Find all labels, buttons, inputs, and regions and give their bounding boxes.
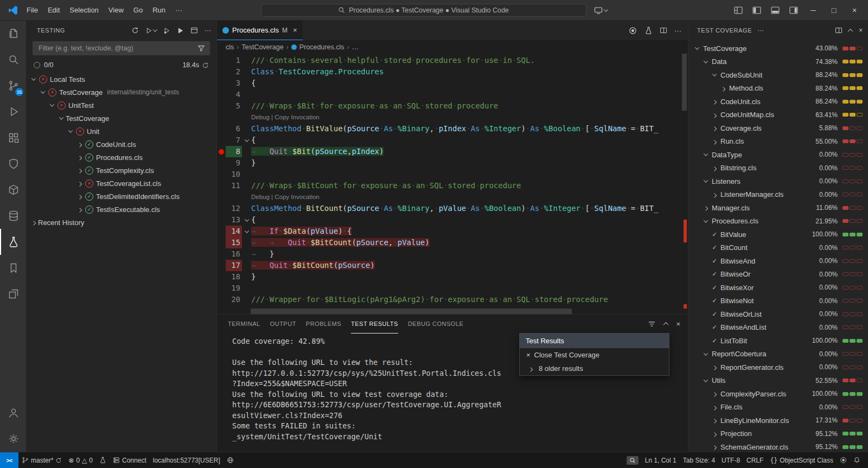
coverage-item-bitwisenot[interactable]: ✓BitwiseNot0.00% — [688, 294, 868, 308]
source-control-icon[interactable]: 35 — [0, 73, 26, 99]
coverage-item-file-cls[interactable]: File.cls0.00% — [688, 401, 868, 414]
test-output-icon[interactable] — [190, 27, 198, 34]
filter-text-field[interactable] — [37, 44, 197, 53]
filter-funnel-icon[interactable] — [197, 44, 205, 52]
coverage-item-bitwiseandlist[interactable]: ✓BitwiseAndList0.00% — [688, 321, 868, 335]
package-icon[interactable] — [0, 177, 26, 203]
run-all-tests-icon[interactable] — [145, 27, 157, 34]
run-with-coverage-icon[interactable] — [177, 27, 184, 34]
sync-icon[interactable] — [55, 457, 62, 464]
minimize-button[interactable]: ─ — [804, 0, 822, 21]
hscrollbar-thumb[interactable] — [251, 309, 572, 314]
fold-chevron-icon[interactable] — [244, 228, 248, 233]
coverage-item-datatype[interactable]: DataType0.00% — [688, 148, 868, 162]
encoding-item[interactable]: UTF-8 — [718, 452, 743, 468]
more-editor-actions-icon[interactable]: ··· — [674, 27, 681, 35]
status-flask-item[interactable] — [96, 452, 110, 468]
accounts-icon[interactable] — [0, 400, 26, 426]
coverage-item-bitcount[interactable]: ✓BitCount0.00% — [688, 241, 868, 255]
coverage-item-projection[interactable]: Projection95.12% — [688, 427, 868, 441]
remote-window-icon[interactable] — [594, 4, 608, 17]
rerun-icon[interactable] — [202, 62, 209, 69]
menu-file[interactable]: File — [22, 0, 43, 21]
menu-edit[interactable]: Edit — [43, 0, 65, 21]
panel-tab-terminal[interactable]: TERMINAL — [228, 315, 260, 334]
codelens-debug-copy-invocation[interactable]: Debug | Copy Invocation — [251, 191, 320, 203]
server-namespace-item[interactable]: localhost:52773[USER] — [150, 452, 224, 468]
fold-chevron-icon[interactable] — [244, 137, 248, 142]
live-status-item[interactable] — [837, 452, 850, 468]
test-item-testcoverage[interactable]: ×TestCoverageinternal/testing/unit_tests — [26, 86, 216, 99]
split-editor-icon[interactable] — [660, 28, 667, 33]
explorer-icon[interactable] — [0, 21, 26, 47]
breadcrumb--[interactable]: … — [352, 43, 359, 51]
coverage-item-codesubunit[interactable]: CodeSubUnit88.24% — [688, 68, 868, 82]
globe-item[interactable] — [224, 452, 237, 468]
problems-item[interactable]: ⊗0 △0 — [65, 452, 96, 468]
test-item-recent-history[interactable]: Recent History — [26, 216, 216, 229]
menu-run[interactable]: Run — [148, 0, 170, 21]
customize-layout-icon[interactable] — [730, 4, 746, 16]
results-menu-8-older-results[interactable]: 8 older results — [520, 362, 669, 375]
eol-item[interactable]: CRLF — [743, 452, 767, 468]
command-center-search[interactable]: Procedures.cls ● TestCoverage ● Visual S… — [261, 4, 586, 17]
cursor-position-item[interactable]: Ln 1, Col 1 — [642, 452, 680, 468]
coverage-item-procedures-cls[interactable]: Procedures.cls21.95% — [688, 215, 868, 228]
toggle-secondary-sidebar-icon[interactable] — [786, 4, 802, 16]
coverage-item-linebylinemonitor-cls[interactable]: LineByLineMonitor.cls17.31% — [688, 414, 868, 427]
coverage-item-bitwiseorlist[interactable]: ✓BitwiseOrList0.00% — [688, 307, 868, 321]
coverage-item-reportgenerator-cls[interactable]: ReportGenerator.cls0.00% — [688, 361, 868, 374]
toggle-sidebar-icon[interactable] — [749, 4, 765, 16]
settings-gear-icon[interactable] — [0, 426, 26, 452]
coverage-item-data[interactable]: Data74.38% — [688, 55, 868, 69]
coverage-item-bitvalue[interactable]: ✓BitValue100.00% — [688, 228, 868, 241]
maximize-button[interactable]: □ — [825, 0, 843, 21]
close-tab-icon[interactable]: × — [293, 26, 297, 34]
scrollbar-thumb[interactable] — [682, 54, 687, 111]
horizontal-scrollbar[interactable] — [217, 309, 680, 314]
coverage-item-method-cls[interactable]: Method.cls88.24% — [688, 82, 868, 95]
expand-coverage-icon[interactable] — [848, 28, 853, 34]
test-item-local-tests[interactable]: ×Local Tests — [26, 73, 216, 86]
test-item-testdelimitedidentifiers-cls[interactable]: ✓TestDelimitedIdentifiers.cls — [26, 190, 216, 203]
coverage-toggle-icon[interactable] — [629, 27, 637, 35]
indentation-item[interactable]: Tab Size: 4 — [680, 452, 718, 468]
open-in-editor-icon[interactable] — [835, 28, 842, 33]
close-coverage-icon[interactable]: × — [859, 27, 863, 34]
coverage-item-bitwiseand[interactable]: ✓BitwiseAnd0.00% — [688, 254, 868, 268]
server-database-icon[interactable] — [0, 203, 26, 229]
panel-tab-output[interactable]: OUTPUT — [270, 315, 296, 334]
toggle-panel-icon[interactable] — [767, 4, 783, 16]
breadcrumb-testcoverage[interactable]: TestCoverage — [241, 43, 283, 51]
coverage-more-icon[interactable]: ··· — [757, 27, 764, 34]
security-shield-icon[interactable] — [0, 151, 26, 177]
test-filter-input[interactable] — [33, 41, 210, 55]
coverage-item-manager-cls[interactable]: Manager.cls11.06% — [688, 201, 868, 215]
test-item-testcoveragelist-cls[interactable]: ×TestCoverageList.cls — [26, 177, 216, 190]
test-item-procedures-cls[interactable]: ✓Procedures.cls — [26, 151, 216, 164]
codelens-debug-copy-invocation[interactable]: Debug | Copy Invocation — [251, 112, 320, 123]
coverage-item-listenermanager-cls[interactable]: ListenerManager.cls0.00% — [688, 188, 868, 202]
close-button[interactable]: × — [845, 0, 864, 21]
coverage-item-utils[interactable]: Utils52.55% — [688, 374, 868, 388]
coverage-item-report-cobertura[interactable]: Report\Cobertura0.00% — [688, 348, 868, 361]
menu-selection[interactable]: Selection — [65, 0, 103, 21]
test-item-testisexecutable-cls[interactable]: ✓TestIsExecutable.cls — [26, 203, 216, 216]
coverage-item-codeunitmap-cls[interactable]: CodeUnitMap.cls63.41% — [688, 108, 868, 122]
coverage-item-listtobit[interactable]: ✓ListToBit100.00% — [688, 334, 868, 348]
references-icon[interactable] — [0, 281, 26, 307]
test-item-unit[interactable]: ×Unit — [26, 125, 216, 138]
output-filter-icon[interactable] — [648, 320, 656, 328]
panel-tab-debug-console[interactable]: DEBUG CONSOLE — [408, 315, 463, 334]
tab-procedures-cls[interactable]: Procedures.cls M × — [217, 21, 303, 40]
search-icon[interactable] — [0, 47, 26, 73]
coverage-item-codeunit-cls[interactable]: CodeUnit.cls86.24% — [688, 95, 868, 108]
debug-all-tests-icon[interactable] — [163, 27, 170, 34]
panel-tab-problems[interactable]: PROBLEMS — [306, 315, 341, 334]
breakpoint-icon[interactable] — [217, 146, 226, 157]
coverage-item-coverage-cls[interactable]: Coverage.cls5.88% — [688, 121, 868, 135]
test-item-codeunit-cls[interactable]: ✓CodeUnit.cls — [26, 138, 216, 151]
results-menu-header[interactable]: Test Results — [520, 334, 669, 348]
test-item-testcoverage[interactable]: TestCoverage — [26, 112, 216, 125]
more-actions-icon[interactable]: ··· — [205, 27, 211, 34]
